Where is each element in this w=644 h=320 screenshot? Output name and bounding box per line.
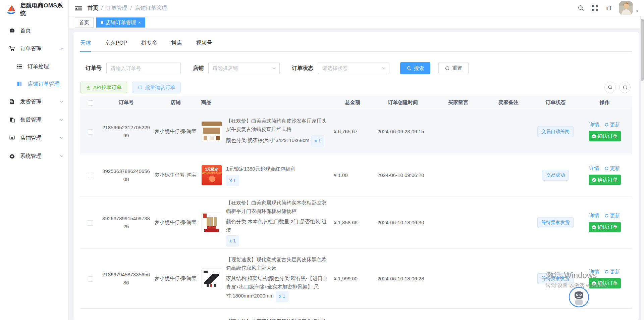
row-checkbox[interactable] [88, 129, 93, 135]
gear-icon [9, 153, 15, 159]
shop-name: 梦小妮牛仔裤-淘宝 [151, 273, 200, 284]
sidebar-item-shop-mgmt[interactable]: 店铺管理 [0, 129, 68, 147]
row-actions: 详情 更新 确认订单 [577, 211, 632, 234]
row-actions: 详情 更新 确认订单 [577, 120, 632, 143]
scrollbar-thumb[interactable] [641, 19, 644, 81]
status-badge: 交易成功 [542, 170, 569, 181]
tab-jd-pop[interactable]: 京东POP [105, 37, 127, 51]
search-button[interactable]: 搜索 [400, 62, 430, 74]
seller-note [483, 173, 534, 177]
sidebar-item-order-process[interactable]: 订单处理 [0, 58, 68, 75]
order-no: 2186979458733565686 [101, 269, 151, 289]
col-shop: 店铺 [151, 97, 200, 108]
fullscreen-icon[interactable] [592, 5, 598, 11]
row-checkbox[interactable] [88, 220, 93, 226]
copy-icon [9, 117, 15, 123]
confirm-order-button[interactable]: 确认订单 [589, 131, 621, 141]
confirm-order-button[interactable]: 确认订单 [589, 278, 621, 288]
seller-note [483, 221, 534, 225]
buyer-message [433, 130, 483, 134]
product-spec: 颜色分类:奶茶棕;尺寸:342x110x68cmx 1 [226, 135, 330, 146]
qty-tag: x 1 [276, 291, 289, 302]
tag-label: 首页 [79, 19, 89, 26]
sidebar-item-shipping-mgmt[interactable]: 发货管理 [0, 93, 68, 111]
product-image[interactable] [201, 212, 222, 233]
filter-form: 订单号 店铺 请选择店铺 订单状态 请选择状态 搜索 [80, 62, 632, 74]
product-image[interactable]: 1元锁定 1380元起现金红包福利 [201, 165, 222, 186]
detail-link[interactable]: 详情 [589, 269, 599, 275]
table-search-icon[interactable] [604, 82, 616, 93]
update-link[interactable]: 更新 [604, 165, 620, 172]
product-spec: x 1 [226, 175, 296, 186]
tag-home[interactable]: 首页 [75, 17, 94, 28]
table-refresh-icon[interactable] [619, 82, 631, 93]
breadcrumb-current: 店铺订单管理 [135, 5, 167, 12]
order-amount: ¥ 6,765.67 [332, 127, 373, 136]
product-spec: 家具结构:框架结构;颜色分类:曜石黑-【进口全青皮+出口级海绵+全实木加密排骨架… [226, 274, 330, 302]
chevron-down-icon [60, 118, 64, 122]
sidebar-item-home[interactable]: 首页 [0, 21, 68, 40]
col-amount: 总金额 [332, 97, 373, 108]
table-row: 3925363788624065608 梦小妮牛仔裤-淘宝 1元锁定 1380元… [80, 154, 632, 196]
reset-button[interactable]: 重置 [438, 62, 469, 74]
confirm-order-button[interactable]: 确认订单 [589, 175, 621, 185]
sidebar-collapse-icon[interactable] [75, 5, 82, 11]
buyer-message [433, 277, 483, 281]
order-created-time: 2024-06-10 09:06:20 [373, 170, 433, 180]
detail-link[interactable]: 详情 [589, 165, 599, 172]
chevron-down-icon [272, 66, 276, 70]
row-actions: 详情 更新 确认订单 [577, 163, 632, 187]
app-title: 启航电商OMS系统 [20, 2, 68, 17]
confirm-order-button[interactable]: 确认订单 [589, 222, 621, 232]
api-pull-orders-button[interactable]: API拉取订单 [80, 82, 127, 93]
select-all-checkbox[interactable] [88, 100, 93, 106]
breadcrumb-home[interactable]: 首页 [88, 5, 98, 12]
batch-confirm-orders-button[interactable]: 批量确认订单 [132, 82, 181, 93]
chevron-down-icon [382, 66, 386, 70]
avatar-caret-icon[interactable]: ▾ [636, 9, 638, 15]
status-badge: 交易自动关闭 [537, 126, 574, 137]
tab-tmall[interactable]: 天猫 [80, 37, 91, 51]
product-image[interactable] [201, 121, 222, 142]
promo-image-subtext: 1380元起现金红包福利 [201, 171, 222, 174]
product-cell: 【现货速发】现代意式复古头层真皮床黑色欧包高级佗寂风主卧大床 家具结构:框架结构… [200, 253, 332, 304]
sidebar-item-label: 订单处理 [28, 63, 64, 70]
col-actions: 操作 [577, 97, 632, 108]
update-link[interactable]: 更新 [604, 122, 620, 128]
order-no-input[interactable] [106, 62, 181, 74]
page-scrollbar[interactable] [640, 16, 644, 320]
col-buyer-msg: 买家留言 [433, 97, 483, 108]
avatar[interactable] [619, 1, 633, 15]
breadcrumb-order-mgmt[interactable]: 订单管理 [106, 5, 127, 12]
shop-name: 梦小妮牛仔裤-淘宝 [151, 170, 200, 180]
order-created-time: 2024-06-10 18:06:30 [373, 218, 433, 227]
order-no: 2185965231270522999 [101, 122, 151, 142]
tab-channels[interactable]: 视频号 [196, 37, 212, 51]
update-link[interactable]: 更新 [604, 213, 620, 219]
product-image[interactable] [201, 268, 222, 289]
close-icon[interactable]: × [138, 20, 141, 25]
sidebar-item-aftersale-mgmt[interactable]: 售后管理 [0, 111, 68, 129]
row-checkbox[interactable] [88, 276, 93, 282]
sidebar-item-system-mgmt[interactable]: 系统管理 [0, 147, 68, 165]
sidebar-item-order-mgmt[interactable]: 订单管理 [0, 40, 68, 58]
search-icon[interactable] [578, 5, 584, 11]
sidebar-item-label: 店铺管理 [20, 135, 55, 142]
tab-douyin[interactable]: 抖店 [171, 37, 182, 51]
status-select[interactable]: 请选择状态 [318, 62, 389, 74]
tag-shop-order-mgmt[interactable]: 店铺订单管理 × [96, 17, 145, 28]
promo-image-text: 1元锁定 [205, 167, 218, 171]
orders-table: 订单号 店铺 商品 总金额 订单创建时间 买家留言 卖家备注 订单状态 操作 2… [80, 96, 632, 320]
row-checkbox[interactable] [88, 173, 93, 178]
update-link[interactable]: 更新 [604, 269, 620, 275]
shop-select[interactable]: 请选择店铺 [208, 62, 280, 74]
sidebar-item-label: 售后管理 [20, 117, 55, 124]
seller-note [483, 130, 534, 134]
tab-pdd[interactable]: 拼多多 [141, 37, 157, 51]
font-size-icon[interactable]: ᴛT [606, 5, 612, 11]
product-cell: 【狂欢价】曲美家居轻奢简约现代床头柜储物双抽床边柜皮质卧室置物储藏柜 x 1 [200, 315, 332, 320]
detail-link[interactable]: 详情 [589, 122, 599, 128]
detail-link[interactable]: 详情 [589, 213, 599, 219]
assistant-robot-icon[interactable] [569, 287, 589, 308]
sidebar-item-shop-order-mgmt[interactable]: 店铺订单管理 [0, 75, 68, 93]
